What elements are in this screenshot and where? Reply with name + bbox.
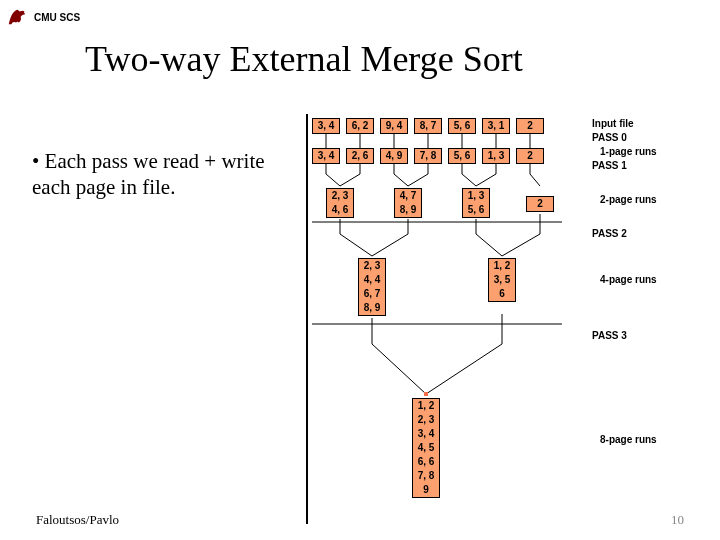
run-4page-b: 1, 2 3, 5 6 [488,258,516,302]
row-input: 3, 4 6, 2 9, 4 8, 7 5, 6 3, 1 2 [312,118,544,134]
andrew-mascot-icon [6,6,28,28]
page-cell: 2, 6 [346,148,374,164]
label-pass3: PASS 3 [592,330,627,341]
page-cell: 3, 1 [482,118,510,134]
label-input-file: Input file [592,118,634,129]
page-cell: 5, 6 [463,203,489,217]
page-cell: 6, 7 [359,287,385,301]
page-cell: 4, 4 [359,273,385,287]
footer-authors: Faloutsos/Pavlo [36,512,119,528]
page-cell: 3, 4 [413,427,439,441]
page-cell: 2 [516,148,544,164]
merge-tick-icon [424,392,428,396]
header: CMU SCS [6,6,80,28]
label-4page-runs: 4-page runs [600,274,657,285]
page-cell: 1, 2 [413,399,439,413]
run-8page: 1, 2 2, 3 3, 4 4, 5 6, 6 7, 8 9 [412,398,440,498]
run-2page-d: 2 [526,196,554,212]
slide-title: Two-way External Merge Sort [85,38,523,80]
page-cell: 5, 6 [448,148,476,164]
page-cell: 4, 5 [413,441,439,455]
page-cell: 4, 6 [327,203,353,217]
page-cell: 8, 7 [414,118,442,134]
course-code: CMU SCS [34,12,80,23]
page-cell: 7, 8 [413,469,439,483]
page-cell: 2 [527,197,553,211]
page-cell: 2, 3 [327,189,353,203]
page-cell: 5, 6 [448,118,476,134]
run-2page-b: 4, 78, 9 [394,188,422,218]
page-cell: 1, 2 [489,259,515,273]
page-cell: 6, 6 [413,455,439,469]
page-cell: 8, 9 [395,203,421,217]
merge-diagram: 3, 4 6, 2 9, 4 8, 7 5, 6 3, 1 2 3, 4 2, … [312,114,712,524]
page-cell: 9, 4 [380,118,408,134]
page-cell: 2, 3 [359,259,385,273]
page-cell: 3, 4 [312,148,340,164]
page-cell: 3, 5 [489,273,515,287]
page-cell: 1, 3 [482,148,510,164]
page-cell: 2, 3 [413,413,439,427]
page-cell: 9 [413,483,439,497]
page-cell: 1, 3 [463,189,489,203]
label-8page-runs: 8-page runs [600,434,657,445]
page-cell: 6, 2 [346,118,374,134]
run-2page-a: 2, 34, 6 [326,188,354,218]
row-pass0: 3, 4 2, 6 4, 9 7, 8 5, 6 1, 3 2 [312,148,544,164]
page-cell: 7, 8 [414,148,442,164]
left-separator [306,114,308,524]
label-2page-runs: 2-page runs [600,194,657,205]
slide-bullet: • Each pass we read + write each page in… [32,148,302,201]
run-2page-c: 1, 35, 6 [462,188,490,218]
label-1page-runs: 1-page runs [600,146,657,157]
label-pass2: PASS 2 [592,228,627,239]
page-cell: 3, 4 [312,118,340,134]
label-pass0: PASS 0 [592,132,627,143]
page-cell: 2 [516,118,544,134]
label-pass1: PASS 1 [592,160,627,171]
page-cell: 4, 7 [395,189,421,203]
page-cell: 8, 9 [359,301,385,315]
run-4page-a: 2, 3 4, 4 6, 7 8, 9 [358,258,386,316]
page-cell: 6 [489,287,515,301]
page-number: 10 [671,512,684,528]
page-cell: 4, 9 [380,148,408,164]
connector-lines [312,114,712,524]
